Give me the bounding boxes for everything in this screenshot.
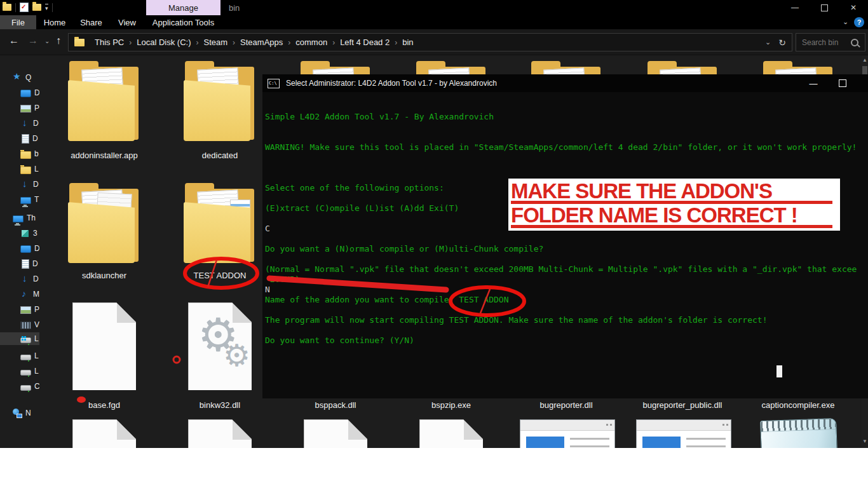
sidebar-item-pictures[interactable]: P <box>20 303 39 316</box>
refresh-icon[interactable]: ↻ <box>777 37 792 48</box>
file-folder-test-addon[interactable] <box>184 183 257 266</box>
console-maximize-button[interactable] <box>833 74 852 92</box>
sidebar-item-downloads[interactable]: D <box>20 178 39 191</box>
manage-contextual-header[interactable]: Manage <box>146 0 220 15</box>
sidebar-section-network[interactable]: N <box>13 407 39 419</box>
sidebar-item-pictures[interactable]: P <box>20 102 39 114</box>
file-label[interactable]: addoninstaller.app <box>46 151 162 160</box>
file-label[interactable]: bugreporter_public.dll <box>625 400 740 410</box>
sidebar-item-pinned-folder[interactable]: b <box>20 147 39 160</box>
search-box[interactable] <box>796 33 865 51</box>
file-doc-partial[interactable] <box>188 419 253 448</box>
file-label[interactable]: TEST ADDON <box>162 271 278 280</box>
drive-icon <box>20 355 31 360</box>
console-titlebar[interactable]: C:\ Select Administrator: L4D2 Addon Too… <box>262 74 868 92</box>
quick-access-toolbar: ▾ <box>3 3 53 12</box>
breadcrumb-common[interactable]: common <box>292 37 331 47</box>
breadcrumb-left-4-dead-2[interactable]: Left 4 Dead 2 <box>336 37 393 47</box>
help-icon[interactable]: ? <box>854 17 864 27</box>
file-label[interactable]: bsppack.dll <box>278 400 393 410</box>
file-appwindow-partial[interactable] <box>636 419 731 448</box>
tab-application-tools[interactable]: Application Tools <box>146 15 220 29</box>
file-folder-dedicated[interactable] <box>184 61 257 144</box>
up-button[interactable]: ↑ <box>56 35 61 46</box>
file-folder-addoninstaller[interactable] <box>68 61 141 144</box>
file-label[interactable]: bspzip.exe <box>393 400 509 410</box>
file-doc-partial[interactable] <box>419 419 484 448</box>
sidebar-item-downloads[interactable]: D <box>20 117 39 130</box>
this-pc-icon <box>13 215 24 222</box>
folder-icon <box>74 39 85 46</box>
separator <box>15 3 16 12</box>
sidebar-item-documents[interactable]: D <box>20 132 39 145</box>
chevron-right-icon: › <box>287 38 292 47</box>
folder-icon <box>20 166 31 174</box>
tab-home[interactable]: Home <box>36 15 73 29</box>
ribbon-tab-row: File Home Share View Application Tools ⌄… <box>0 15 868 29</box>
file-doc-base-fgd[interactable] <box>72 302 137 391</box>
new-folder-icon[interactable] <box>32 4 41 11</box>
file-label[interactable]: dedicated <box>162 151 278 160</box>
sidebar-item-desktop[interactable]: D <box>20 242 39 255</box>
desktop-monitor-icon <box>20 90 31 97</box>
file-label[interactable]: bugreporter.dll <box>508 400 624 410</box>
address-dropdown-chevron-icon[interactable]: ⌄ <box>759 38 777 46</box>
restore-button[interactable] <box>810 0 839 15</box>
explorer-titlebar[interactable]: ▾ Manage bin — ✕ <box>0 0 868 15</box>
navigation-pane: Q D P D D b L D T Th 3 D D D M P V L L L… <box>0 55 39 448</box>
sidebar-item-pinned-folder[interactable]: L <box>20 163 39 175</box>
file-doc-partial[interactable] <box>72 419 137 448</box>
file-label[interactable]: binkw32.dll <box>162 400 278 410</box>
file-label[interactable]: base.fgd <box>46 400 162 410</box>
documents-icon <box>22 134 29 144</box>
scroll-up-icon[interactable]: ▲ <box>862 57 868 64</box>
address-bar[interactable]: This PC› Local Disk (C:)› Steam› SteamAp… <box>68 33 792 51</box>
back-button[interactable]: ← <box>9 35 19 46</box>
breadcrumb-steam[interactable]: Steam <box>200 37 231 47</box>
folder-icon <box>20 151 31 159</box>
chevron-right-icon: › <box>128 38 133 47</box>
breadcrumb: This PC› Local Disk (C:)› Steam› SteamAp… <box>91 37 759 47</box>
sidebar-item-local-disk[interactable]: L <box>20 365 39 377</box>
close-button[interactable]: ✕ <box>839 0 868 15</box>
breadcrumb-this-pc[interactable]: This PC <box>91 37 128 47</box>
sidebar-item-3d-objects[interactable]: 3 <box>20 227 39 240</box>
sidebar-item-music[interactable]: M <box>20 288 39 301</box>
sidebar-item-cd-drive[interactable]: C <box>20 380 39 393</box>
customize-qat-icon[interactable]: ▾ <box>45 4 48 11</box>
breadcrumb-local-disk-c[interactable]: Local Disk (C:) <box>133 37 194 47</box>
file-label[interactable]: sdklauncher <box>46 271 162 280</box>
restore-icon <box>821 4 828 11</box>
file-appwindow-partial[interactable] <box>520 419 615 448</box>
file-folder-sdklauncher[interactable] <box>68 183 141 266</box>
chevron-down-icon[interactable]: ⌄ <box>843 18 848 26</box>
recent-locations-chevron-icon[interactable]: ⌄ <box>44 37 50 44</box>
scroll-down-icon[interactable]: ▼ <box>862 438 868 445</box>
chevron-right-icon: › <box>393 38 398 47</box>
file-notepad-partial[interactable] <box>760 418 839 448</box>
file-label[interactable]: captioncompiler.exe <box>740 400 856 410</box>
sidebar-item-local-disk[interactable]: L <box>20 349 39 362</box>
sidebar-item-this-pc-link[interactable]: T <box>20 193 39 206</box>
file-doc-binkw32[interactable]: ⚙ ⚙ <box>188 302 253 391</box>
breadcrumb-bin[interactable]: bin <box>398 37 417 47</box>
forward-button[interactable]: → <box>28 35 38 46</box>
sidebar-item-local-disk-c-selected[interactable]: L <box>0 332 39 345</box>
properties-icon[interactable] <box>20 3 29 12</box>
sidebar-item-documents[interactable]: D <box>20 257 39 270</box>
sidebar-item-desktop[interactable]: D <box>20 86 39 99</box>
breadcrumb-steamapps[interactable]: SteamApps <box>236 37 287 47</box>
tab-view[interactable]: View <box>109 15 145 29</box>
sidebar-item-videos[interactable]: V <box>20 318 39 331</box>
tab-file[interactable]: File <box>0 15 36 29</box>
sidebar-section-this-pc[interactable]: Th <box>13 212 39 224</box>
sidebar-item-quick-access[interactable]: Q <box>13 71 39 84</box>
search-input[interactable] <box>796 38 851 47</box>
file-doc-partial[interactable] <box>304 419 369 448</box>
search-icon[interactable] <box>851 39 858 46</box>
console-close-button[interactable]: ✕ <box>862 74 868 92</box>
minimize-button[interactable]: — <box>780 0 810 15</box>
console-minimize-button[interactable]: — <box>804 74 823 92</box>
sidebar-item-downloads[interactable]: D <box>20 273 39 285</box>
tab-share[interactable]: Share <box>73 15 109 29</box>
